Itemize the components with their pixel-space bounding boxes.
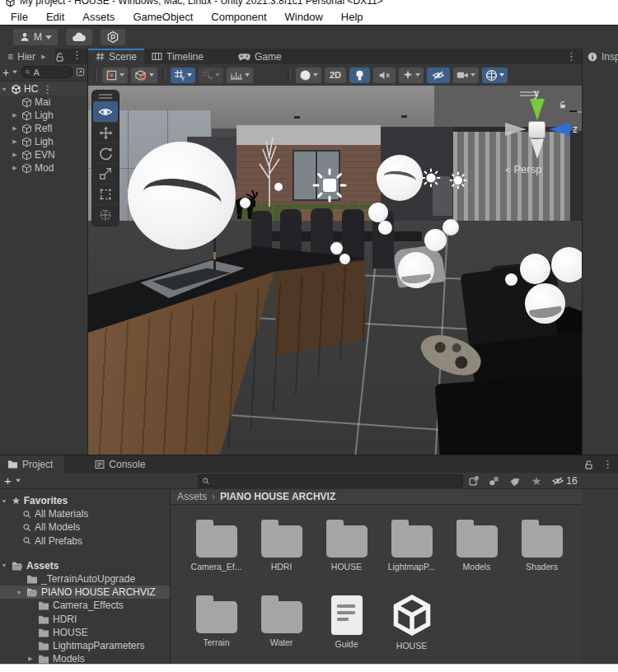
account-button[interactable]: M xyxy=(13,29,58,45)
foldout-closed-icon[interactable]: ▶ xyxy=(26,656,35,662)
point-light-gizmo[interactable] xyxy=(449,171,467,189)
audio-mute-button[interactable] xyxy=(373,68,396,83)
assets-root-row[interactable]: ▼ Assets xyxy=(0,559,170,572)
asset-folder[interactable]: Water xyxy=(249,590,314,666)
unlock-icon[interactable] xyxy=(584,459,594,470)
add-asset-button[interactable]: + xyxy=(4,477,12,485)
tree-folder-row[interactable]: Camera_Effects xyxy=(0,599,170,612)
gizmo-cube[interactable] xyxy=(529,122,545,138)
add-gameobject-button[interactable]: + xyxy=(2,68,9,77)
asset-folder[interactable]: Models xyxy=(444,515,509,590)
light-probe-gizmo[interactable] xyxy=(128,142,236,250)
camera-settings-button[interactable] xyxy=(453,68,479,83)
hierarchy-item[interactable]: Mai xyxy=(0,96,87,109)
foldout-closed-icon[interactable]: ▶ xyxy=(11,125,19,132)
toolbar-drag-handle[interactable] xyxy=(288,69,291,81)
asset-folder[interactable]: HOUSE xyxy=(314,515,379,590)
tree-folder-row[interactable]: _TerrainAutoUpgrade xyxy=(0,572,170,586)
move-tool-button[interactable] xyxy=(93,122,118,142)
search-by-type-icon[interactable] xyxy=(488,475,500,487)
hierarchy-item[interactable]: ▶ Ligh xyxy=(0,109,87,122)
view-tool-button[interactable] xyxy=(93,101,118,122)
axis-z-cone[interactable] xyxy=(549,123,570,136)
scene-menu-button[interactable]: ⋮ xyxy=(561,50,582,63)
point-light-gizmo[interactable] xyxy=(421,168,441,188)
light-gizmo[interactable] xyxy=(274,183,283,191)
overlay-drag-handle[interactable] xyxy=(99,94,112,99)
unlock-icon[interactable] xyxy=(55,51,65,63)
snap-increment-button[interactable] xyxy=(227,68,253,83)
breadcrumb-current[interactable]: PIANO HOUSE ARCHVIZ xyxy=(220,491,335,502)
foldout-closed-icon[interactable]: ▶ xyxy=(11,152,19,158)
menu-assets[interactable]: Assets xyxy=(73,9,124,25)
axis-down-cone[interactable] xyxy=(531,139,544,159)
reflection-probe-gizmo[interactable] xyxy=(398,252,434,288)
scene-row-menu[interactable]: ⋮ xyxy=(40,83,54,96)
saved-searches-icon[interactable]: ★ xyxy=(531,474,542,488)
scene-viewport[interactable]: y z <Persp xyxy=(88,86,582,455)
gizmos-button[interactable] xyxy=(482,68,508,83)
scene-lighting-button[interactable] xyxy=(349,68,370,83)
transform-tool-button[interactable] xyxy=(93,204,118,225)
favorites-row[interactable]: ▼ ★ Favorites xyxy=(0,494,170,507)
foldout-closed-icon[interactable]: ▶ xyxy=(11,112,19,119)
tab-hierarchy[interactable]: ≡ Hier ▶ xyxy=(0,49,55,64)
hierarchy-item[interactable]: ▶ Mod xyxy=(0,161,87,175)
light-gizmo[interactable] xyxy=(368,203,388,222)
chevron-down-icon[interactable] xyxy=(16,479,21,483)
scale-tool-button[interactable] xyxy=(93,163,118,184)
tab-inspector[interactable]: Insp xyxy=(583,49,618,64)
version-control-button[interactable] xyxy=(101,29,125,45)
tree-folder-row[interactable]: HOUSE xyxy=(0,626,170,639)
foldout-closed-icon[interactable]: ▶ xyxy=(11,165,19,171)
light-gizmo[interactable] xyxy=(339,254,350,264)
tab-timeline[interactable]: Timeline xyxy=(144,49,211,64)
light-gizmo[interactable] xyxy=(378,221,392,235)
hierarchy-search-input[interactable] xyxy=(33,68,69,77)
foldout-open-icon[interactable]: ▼ xyxy=(15,590,23,595)
toolbar-drag-handle[interactable] xyxy=(94,69,97,81)
tree-folder-row[interactable]: ▶ Models xyxy=(0,652,170,665)
hierarchy-item[interactable]: ▶ EVN xyxy=(0,148,87,161)
asset-folder[interactable]: HDRI xyxy=(249,515,314,590)
scene-visibility-button[interactable] xyxy=(427,68,450,83)
reflection-probe-gizmo[interactable] xyxy=(525,283,565,324)
toolbar-drag-handle[interactable] xyxy=(162,69,166,81)
light-gizmo[interactable] xyxy=(240,198,250,208)
effects-button[interactable] xyxy=(399,68,424,83)
axis-y-cone[interactable] xyxy=(530,99,545,120)
light-gizmo[interactable] xyxy=(551,247,582,282)
tool-handle-rotation-button[interactable] xyxy=(131,68,157,83)
hierarchy-item[interactable]: ▶ Ligh xyxy=(0,135,87,148)
light-gizmo[interactable] xyxy=(442,219,459,236)
grid-snapping-button[interactable]: Y xyxy=(171,68,195,83)
tab-scene[interactable]: Scene xyxy=(88,49,144,64)
light-gizmo[interactable] xyxy=(520,254,550,284)
foldout-open-icon[interactable]: ▼ xyxy=(0,498,8,504)
menu-help[interactable]: Help xyxy=(332,9,372,25)
2d-mode-button[interactable]: 2D xyxy=(325,68,346,83)
favorites-item[interactable]: All Prefabs xyxy=(0,534,170,548)
hierarchy-item[interactable]: ▶ Refl xyxy=(0,122,87,135)
draw-mode-button[interactable] xyxy=(296,68,321,83)
tab-console[interactable]: Console xyxy=(87,455,152,473)
cloud-button[interactable] xyxy=(66,29,92,45)
foldout-open-icon[interactable]: ▼ xyxy=(0,562,8,568)
menu-window[interactable]: Window xyxy=(276,9,332,25)
favorites-item[interactable]: All Models xyxy=(0,520,170,534)
open-search-window-icon[interactable] xyxy=(468,475,480,487)
menu-component[interactable]: Component xyxy=(202,9,275,25)
rect-tool-button[interactable] xyxy=(93,184,118,204)
menu-gameobject[interactable]: GameObject xyxy=(124,9,202,25)
light-gizmo[interactable] xyxy=(424,229,447,251)
light-gizmo[interactable] xyxy=(505,273,517,286)
foldout-closed-icon[interactable]: ▶ xyxy=(11,138,19,145)
area-light-gizmo[interactable] xyxy=(311,166,349,204)
tree-folder-row[interactable]: HDRI xyxy=(0,613,170,626)
tool-handle-position-button[interactable] xyxy=(102,68,128,83)
grid-magnet-button[interactable] xyxy=(199,68,223,83)
project-menu-button[interactable]: ⋮ xyxy=(597,458,618,470)
tab-game[interactable]: Game xyxy=(231,49,289,64)
hierarchy-root-row[interactable]: ▼ HC ⋮ xyxy=(0,82,87,96)
tab-project[interactable]: Project xyxy=(0,455,64,473)
